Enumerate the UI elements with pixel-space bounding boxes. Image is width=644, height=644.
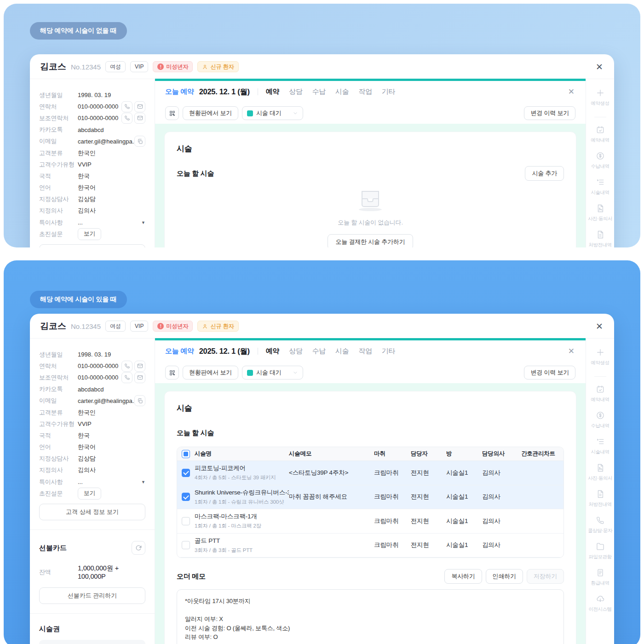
procedure-ticket-item[interactable]: 감사 이벤트) 튤라이너 + 슬렌더핏 1cc (39, 640, 145, 644)
ribbon-item[interactable]: 예약생성 (588, 88, 612, 117)
calendar-check-icon (596, 385, 605, 394)
ribbon-item-label: 시술내역 (591, 449, 610, 455)
board-view-button[interactable]: 현황판에서 보기 (183, 106, 238, 120)
customer-detail-button[interactable]: 고객 상세 정보 보기 (39, 504, 145, 520)
doctor: 김의사 (482, 493, 521, 501)
table-row[interactable]: 골드 PTT 3회차 / 총 3회 - 골드 PTT 크림마취 전지현 시술실1… (177, 534, 564, 558)
field-label: 이메일 (39, 397, 78, 405)
select-all-checkbox[interactable] (182, 450, 190, 458)
chevron-down-icon (293, 110, 298, 116)
ribbon-item[interactable]: 이전시스템 (588, 594, 612, 613)
board-view-button[interactable]: 현황판에서 보기 (183, 366, 238, 380)
tab-payment[interactable]: 수납 (312, 347, 326, 356)
save-memo-button[interactable]: 저장하기 (527, 569, 564, 584)
tab-close-button[interactable]: ✕ (567, 346, 575, 356)
today-reservation-link[interactable]: 오늘 예약 (165, 347, 194, 356)
call-button[interactable] (121, 361, 132, 372)
change-history-button[interactable]: 변경 이력 보기 (524, 106, 575, 120)
message-button[interactable] (134, 372, 145, 383)
procedure-session-detail: 4회차 / 총 5회 - 스타토닝 39 패키지 (195, 474, 289, 481)
add-procedure-button[interactable]: 시술 추가 (525, 166, 564, 181)
modal-close-button[interactable]: ✕ (595, 62, 604, 72)
field-value: 한국인 (78, 408, 145, 417)
survey-view-button[interactable]: 보기 (78, 228, 101, 240)
tab-etc[interactable]: 기타 (382, 347, 395, 356)
field-label: 국적 (39, 172, 78, 180)
order-memo-textarea[interactable]: *아웃타임 17시 30분까지 알러지 여부: X 이전 시술 경험: O (울… (177, 589, 564, 644)
tab-work[interactable]: 작업 (358, 347, 372, 356)
tab-reservation[interactable]: 예약 (266, 347, 279, 356)
qr-grid-icon (169, 110, 176, 117)
ribbon-item[interactable]: 사진·동의서 (588, 204, 612, 222)
staff: 전지현 (411, 469, 446, 477)
modal-close-button[interactable]: ✕ (595, 321, 604, 332)
refresh-button[interactable] (132, 541, 145, 555)
customer-detail-button[interactable]: 고객 상세 정보 보기 (39, 244, 145, 247)
patient-chart-number: No.12345 (71, 63, 101, 71)
row-checkbox[interactable] (182, 517, 190, 525)
row-checkbox[interactable] (182, 469, 190, 477)
empty-tray-icon (354, 185, 386, 212)
tab-reservation[interactable]: 예약 (266, 87, 279, 96)
tab-work[interactable]: 작업 (358, 87, 372, 96)
ribbon-item[interactable]: 예약생성 (588, 348, 612, 377)
survey-view-button[interactable]: 보기 (78, 488, 101, 500)
call-button[interactable] (121, 113, 132, 124)
ribbon-item[interactable]: 환급내역 (588, 568, 612, 586)
tab-bar: 오늘 예약 2025. 12. 1 (월) 예약 상담 수납 시술 작업 기타 … (155, 81, 586, 103)
new-patient-tag: 신규 환자 (197, 61, 238, 72)
field-label: 생년월일 (39, 91, 78, 99)
ribbon-item[interactable]: 시술내역 (588, 437, 612, 455)
ribbon-item[interactable]: 사진·동의서 (588, 463, 612, 482)
profile-field-row: 특이사항 ... ▼ ... (39, 476, 145, 488)
tab-consult[interactable]: 상담 (289, 87, 302, 96)
add-paid-procedure-button[interactable]: 오늘 결제한 시술 추가하기 (328, 234, 413, 247)
ribbon-item-label: 수납내역 (591, 423, 610, 429)
profile-field-row: 지정상담사 김상담 ▼ 김상담 (39, 453, 145, 465)
tab-procedure[interactable]: 시술 (335, 347, 349, 356)
profile-field-row: 초진설문 보기 ▼ 보기 (39, 228, 145, 240)
qr-grid-button[interactable] (165, 106, 179, 120)
message-button[interactable] (134, 361, 145, 372)
tab-close-button[interactable]: ✕ (567, 87, 575, 97)
call-button[interactable] (121, 101, 132, 112)
tab-payment[interactable]: 수납 (312, 87, 326, 96)
table-row[interactable]: Shurink Universe-슈링크유니버스-30 1회차 / 총 1회 -… (177, 485, 564, 510)
main-area: 오늘 예약 2025. 12. 1 (월) 예약 상담 수납 시술 작업 기타 … (155, 79, 586, 247)
today-procedure-title: 오늘 할 시술 (177, 429, 214, 437)
change-history-button[interactable]: 변경 이력 보기 (524, 366, 575, 380)
copy-memo-button[interactable]: 복사하기 (444, 569, 482, 584)
ribbon-item[interactable]: 예약내역 (588, 125, 612, 144)
ribbon-item[interactable]: 수납내역 (588, 151, 612, 170)
table-row[interactable]: 마스크팩-마스크팩-1개 1회차 / 총 1회 - 마스크팩 2장 크림마취 전… (177, 509, 564, 534)
manage-prepaid-button[interactable]: 선불카드 관리하기 (39, 587, 145, 604)
qr-grid-button[interactable] (165, 366, 179, 380)
table-row[interactable]: 피코토닝-피코케어 4회차 / 총 5회 - 스타토닝 39 패키지 <스타토닝… (177, 461, 564, 485)
ribbon-item[interactable]: 수납내역 (588, 411, 612, 429)
message-button[interactable] (134, 113, 145, 124)
copy-button[interactable] (134, 136, 145, 147)
ribbon-item[interactable]: 예약내역 (588, 385, 612, 403)
ribbon-item[interactable]: 처방전내역 (588, 230, 612, 247)
tab-consult[interactable]: 상담 (289, 347, 302, 356)
print-memo-button[interactable]: 인쇄하기 (486, 569, 523, 584)
status-select[interactable]: 시술 대기 (242, 106, 303, 120)
ribbon-item[interactable]: 처방전내역 (588, 489, 612, 508)
message-button[interactable] (134, 101, 145, 112)
ribbon-item[interactable]: 파일보관함 (588, 542, 612, 560)
row-checkbox[interactable] (182, 541, 190, 549)
today-procedure-title: 오늘 할 시술 (177, 169, 214, 178)
procedure-card: 시술 오늘 할 시술 시술 추가 오늘 할 시술이 없습니다. (164, 132, 576, 247)
call-button[interactable] (121, 372, 132, 383)
row-checkbox[interactable] (182, 493, 190, 501)
caret-down-icon[interactable]: ▼ (141, 480, 145, 484)
ribbon-item[interactable]: 시술내역 (588, 178, 612, 196)
caret-down-icon[interactable]: ▼ (141, 220, 145, 225)
tab-procedure[interactable]: 시술 (335, 87, 349, 96)
patient-modal: 김코스 No.12345 여성 VIP !미성년자 신규 환자 ✕ 생년월일 1… (30, 314, 614, 644)
copy-button[interactable] (134, 395, 145, 406)
today-reservation-link[interactable]: 오늘 예약 (165, 87, 194, 96)
status-select[interactable]: 시술 대기 (242, 366, 303, 380)
ribbon-item[interactable]: 콜상담·문자 (588, 516, 612, 534)
tab-etc[interactable]: 기타 (382, 87, 395, 96)
